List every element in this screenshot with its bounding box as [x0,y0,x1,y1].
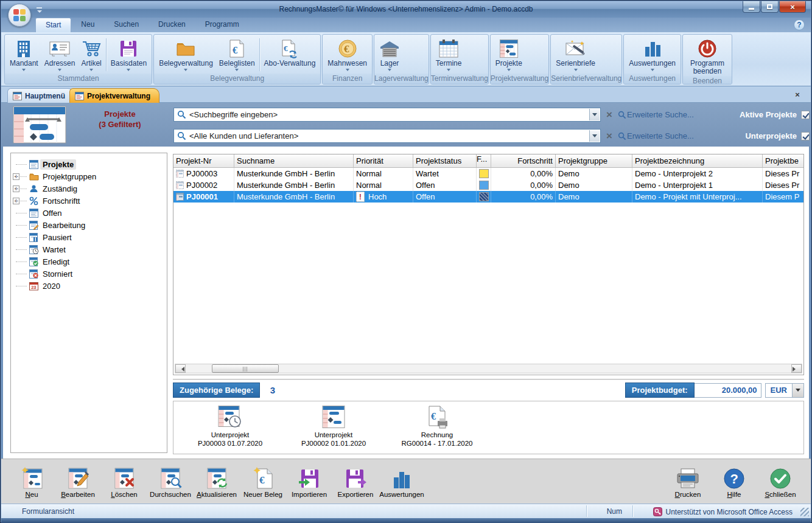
tree-item-label: Bearbeitung [40,220,88,230]
tree-item-pausiert[interactable]: Pausiert [11,231,167,243]
ribbon-tab-programm[interactable]: Programm [195,18,249,32]
budget-value-field[interactable]: 20.000,00 [695,383,761,398]
chevron-down-icon [574,69,578,73]
table-row-selected[interactable]: PJ00001 Musterkunde GmbH - Berlin !Hoch … [173,191,803,203]
column-header[interactable]: F... [477,154,491,167]
column-header[interactable]: Projektstatus [413,154,477,167]
expand-icon[interactable] [13,173,19,180]
advanced-search-link[interactable]: Erweiterte Suche... [618,110,715,119]
expand-icon[interactable] [13,198,19,204]
tree-item-erledigt[interactable]: Erledigt [11,255,167,268]
ribbon-group-projektverwaltung: Projekte Projektverwaltung [490,34,549,85]
tree-item-offen[interactable]: Offen [11,207,167,219]
minimize-button[interactable] [743,1,760,13]
advanced-search-link-2[interactable]: Erweiterte Suche... [618,131,715,140]
tree-item-projektgruppen[interactable]: Projektgruppen [11,170,167,182]
abo-verwaltung-button[interactable]: € Abo-Verwaltung [261,36,319,74]
horizontal-scrollbar[interactable] [175,364,802,373]
mahnwesen-button[interactable]: € Mahnwesen [324,36,370,74]
resize-grip[interactable] [800,508,809,516]
customer-dropdown-button[interactable] [589,130,600,142]
durchsuchen-button[interactable]: Durchsuchen [147,465,194,498]
adressen-button[interactable]: Adressen [41,36,79,74]
column-header[interactable]: Projektbe [763,154,803,167]
table-row[interactable]: PJ00003 Musterkunde GmbH - Berlin Normal… [173,168,803,179]
tree-item-2020[interactable]: 23 2020 [11,280,167,292]
currency-select[interactable]: EUR [765,383,804,398]
beleg-item-rechnung[interactable]: € Rechnung RG00014 - 17.01.2020 [397,405,477,454]
termine-button[interactable]: Termine [433,36,465,74]
doc-tab-projektverwaltung[interactable]: Projektverwaltung [69,88,159,103]
projekte-button[interactable]: Projekte [492,36,525,74]
column-header[interactable]: Priorität [354,154,413,167]
gantt-chart-icon [499,38,519,60]
ribbon-tab-drucken[interactable]: Drucken [149,18,195,32]
ribbon-tab-suchen[interactable]: Suchen [104,18,149,32]
clear-customer-icon[interactable] [601,130,618,142]
doc-tab-hauptmenu[interactable]: Hauptmenü [7,88,74,103]
importieren-button[interactable]: Importieren [286,465,332,498]
basisdaten-button[interactable]: Basisdaten [108,36,150,74]
auswertungen-button[interactable]: Auswertungen [626,36,679,74]
serienbriefe-button[interactable]: Serienbriefe [553,36,598,74]
tree-item-projekte[interactable]: Projekte [11,158,167,170]
tree-item-bearbeitung[interactable]: Bearbeitung [11,219,167,231]
beleglisten-button[interactable]: € Beleglisten [216,36,258,74]
column-header[interactable]: Fortschritt [491,154,556,167]
active-projects-checkbox[interactable] [801,111,810,119]
search-input[interactable]: <Suchbegriffe eingeben> [173,108,601,122]
chevron-down-icon[interactable] [792,384,803,397]
programm-beenden-button[interactable]: Programm beenden [685,36,730,76]
hilfe-button[interactable]: ? Hilfe [711,465,757,498]
clear-search-icon[interactable] [601,109,618,121]
folder-icon [175,38,196,60]
lager-button[interactable]: Lager [376,36,403,74]
mandant-button[interactable]: Mandant [7,36,41,74]
subprojects-checkbox[interactable] [801,132,810,140]
ribbon-tab-start[interactable]: Start [35,18,71,32]
column-header[interactable]: Projekt-Nr [173,154,234,167]
scroll-left-icon[interactable] [175,364,186,373]
column-header[interactable]: Projektgruppe [556,154,632,167]
artikel-button[interactable]: Artikel [78,36,104,74]
close-icon: × [790,3,795,11]
question-icon: ? [723,465,745,490]
table-row[interactable]: PJ00002 Musterkunde GmbH - Berlin Normal… [173,179,803,191]
expand-icon[interactable] [13,185,19,192]
tree-item-wartet[interactable]: Wartet [11,243,167,255]
help-icon[interactable] [794,19,805,30]
beleg-item-unterprojekt-2[interactable]: Unterprojekt PJ00002 01.01.2020 [294,405,373,454]
tree-item-label: Offen [40,208,65,218]
maximize-button[interactable] [761,1,779,13]
tree-item-fortschritt[interactable]: Fortschriftt [11,195,167,207]
schliessen-button[interactable]: Schließen [757,465,803,498]
column-header[interactable]: Projektbezeichnung [632,154,763,167]
delete-gantt-icon [113,465,136,490]
cell-projekt-nr: PJ00001 [186,192,218,201]
scroll-right-icon[interactable] [791,364,802,373]
ribbon-tab-neu[interactable]: Neu [71,18,104,32]
tree-item-storniert[interactable]: Storniert [11,268,167,280]
ribbon-group-serienbriefverwaltung: Serienbriefe Serienbriefverwaltung [550,34,622,85]
close-tab-icon[interactable] [793,90,802,100]
power-icon [698,38,717,60]
belegverwaltung-button[interactable]: Belegverwaltung [156,36,216,74]
aktualisieren-button[interactable]: Aktualisieren [194,465,240,498]
bearbeiten-button[interactable]: Bearbeiten [55,465,101,498]
neuer-beleg-button[interactable]: € Neuer Beleg [240,465,286,498]
exportieren-button[interactable]: Exportieren [332,465,379,498]
office-orb-button[interactable] [8,4,31,27]
neu-button[interactable]: Neu [9,465,55,498]
search-dropdown-button[interactable] [589,109,600,120]
auswertungen-toolbar-button[interactable]: Auswertungen [379,465,425,498]
drucken-button[interactable]: Drucken [665,465,711,498]
button-label: Mahnwesen [327,60,367,68]
new-invoice-icon: € [253,465,273,490]
column-header[interactable]: Suchname [234,154,354,167]
close-button[interactable]: × [779,1,806,13]
beleg-item-unterprojekt-1[interactable]: Unterprojekt PJ00003 01.07.2020 [191,405,270,454]
tree-item-zustaendig[interactable]: Zuständig [11,182,167,195]
customer-filter-input[interactable]: <Alle Kunden und Lieferanten> [173,129,601,143]
scrollbar-thumb[interactable] [212,364,279,373]
loeschen-button[interactable]: Löschen [101,465,147,498]
